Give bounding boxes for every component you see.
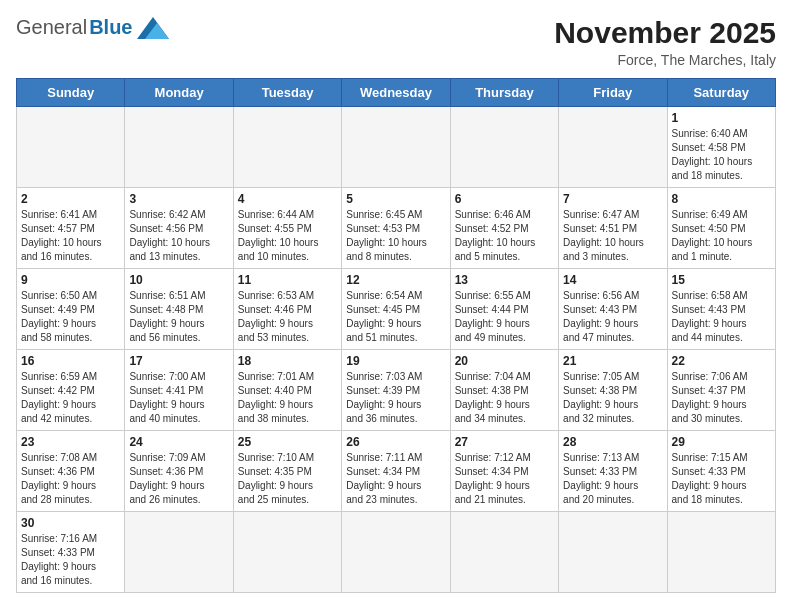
day-info: Sunrise: 7:13 AM Sunset: 4:33 PM Dayligh… — [563, 451, 662, 507]
day-info: Sunrise: 6:50 AM Sunset: 4:49 PM Dayligh… — [21, 289, 120, 345]
day-number: 9 — [21, 273, 120, 287]
page-title: November 2025 — [554, 16, 776, 50]
day-info: Sunrise: 7:11 AM Sunset: 4:34 PM Dayligh… — [346, 451, 445, 507]
day-info: Sunrise: 6:46 AM Sunset: 4:52 PM Dayligh… — [455, 208, 554, 264]
day-cell: 23Sunrise: 7:08 AM Sunset: 4:36 PM Dayli… — [17, 431, 125, 512]
day-number: 19 — [346, 354, 445, 368]
day-info: Sunrise: 6:44 AM Sunset: 4:55 PM Dayligh… — [238, 208, 337, 264]
week-row-1: 1Sunrise: 6:40 AM Sunset: 4:58 PM Daylig… — [17, 107, 776, 188]
day-number: 3 — [129, 192, 228, 206]
day-cell — [233, 512, 341, 593]
logo-blue-text: Blue — [89, 16, 132, 39]
day-info: Sunrise: 7:05 AM Sunset: 4:38 PM Dayligh… — [563, 370, 662, 426]
logo-general-text: General — [16, 16, 87, 39]
day-info: Sunrise: 7:01 AM Sunset: 4:40 PM Dayligh… — [238, 370, 337, 426]
day-cell: 2Sunrise: 6:41 AM Sunset: 4:57 PM Daylig… — [17, 188, 125, 269]
week-row-2: 2Sunrise: 6:41 AM Sunset: 4:57 PM Daylig… — [17, 188, 776, 269]
day-info: Sunrise: 7:09 AM Sunset: 4:36 PM Dayligh… — [129, 451, 228, 507]
day-cell: 27Sunrise: 7:12 AM Sunset: 4:34 PM Dayli… — [450, 431, 558, 512]
day-info: Sunrise: 6:58 AM Sunset: 4:43 PM Dayligh… — [672, 289, 771, 345]
day-info: Sunrise: 6:41 AM Sunset: 4:57 PM Dayligh… — [21, 208, 120, 264]
day-info: Sunrise: 6:53 AM Sunset: 4:46 PM Dayligh… — [238, 289, 337, 345]
day-number: 27 — [455, 435, 554, 449]
weekday-tuesday: Tuesday — [233, 79, 341, 107]
day-number: 2 — [21, 192, 120, 206]
day-cell: 19Sunrise: 7:03 AM Sunset: 4:39 PM Dayli… — [342, 350, 450, 431]
day-info: Sunrise: 7:08 AM Sunset: 4:36 PM Dayligh… — [21, 451, 120, 507]
day-cell: 8Sunrise: 6:49 AM Sunset: 4:50 PM Daylig… — [667, 188, 775, 269]
day-cell: 16Sunrise: 6:59 AM Sunset: 4:42 PM Dayli… — [17, 350, 125, 431]
day-cell: 28Sunrise: 7:13 AM Sunset: 4:33 PM Dayli… — [559, 431, 667, 512]
day-number: 4 — [238, 192, 337, 206]
day-cell — [125, 107, 233, 188]
weekday-sunday: Sunday — [17, 79, 125, 107]
day-cell — [559, 107, 667, 188]
day-number: 20 — [455, 354, 554, 368]
day-info: Sunrise: 6:40 AM Sunset: 4:58 PM Dayligh… — [672, 127, 771, 183]
day-number: 7 — [563, 192, 662, 206]
day-cell: 21Sunrise: 7:05 AM Sunset: 4:38 PM Dayli… — [559, 350, 667, 431]
day-cell: 24Sunrise: 7:09 AM Sunset: 4:36 PM Dayli… — [125, 431, 233, 512]
day-number: 6 — [455, 192, 554, 206]
day-number: 1 — [672, 111, 771, 125]
day-info: Sunrise: 7:06 AM Sunset: 4:37 PM Dayligh… — [672, 370, 771, 426]
day-cell — [450, 512, 558, 593]
day-cell: 25Sunrise: 7:10 AM Sunset: 4:35 PM Dayli… — [233, 431, 341, 512]
calendar-body: 1Sunrise: 6:40 AM Sunset: 4:58 PM Daylig… — [17, 107, 776, 593]
day-cell: 5Sunrise: 6:45 AM Sunset: 4:53 PM Daylig… — [342, 188, 450, 269]
day-cell: 10Sunrise: 6:51 AM Sunset: 4:48 PM Dayli… — [125, 269, 233, 350]
weekday-saturday: Saturday — [667, 79, 775, 107]
day-info: Sunrise: 6:56 AM Sunset: 4:43 PM Dayligh… — [563, 289, 662, 345]
page-header: General Blue November 2025 Force, The Ma… — [16, 16, 776, 68]
day-number: 21 — [563, 354, 662, 368]
day-number: 11 — [238, 273, 337, 287]
day-cell: 13Sunrise: 6:55 AM Sunset: 4:44 PM Dayli… — [450, 269, 558, 350]
day-cell: 20Sunrise: 7:04 AM Sunset: 4:38 PM Dayli… — [450, 350, 558, 431]
day-cell: 26Sunrise: 7:11 AM Sunset: 4:34 PM Dayli… — [342, 431, 450, 512]
day-cell: 14Sunrise: 6:56 AM Sunset: 4:43 PM Dayli… — [559, 269, 667, 350]
day-cell: 18Sunrise: 7:01 AM Sunset: 4:40 PM Dayli… — [233, 350, 341, 431]
day-cell — [17, 107, 125, 188]
day-number: 17 — [129, 354, 228, 368]
logo: General Blue — [16, 16, 169, 39]
day-number: 23 — [21, 435, 120, 449]
day-info: Sunrise: 7:12 AM Sunset: 4:34 PM Dayligh… — [455, 451, 554, 507]
day-info: Sunrise: 6:54 AM Sunset: 4:45 PM Dayligh… — [346, 289, 445, 345]
day-number: 28 — [563, 435, 662, 449]
day-cell: 30Sunrise: 7:16 AM Sunset: 4:33 PM Dayli… — [17, 512, 125, 593]
day-cell: 4Sunrise: 6:44 AM Sunset: 4:55 PM Daylig… — [233, 188, 341, 269]
calendar-table: SundayMondayTuesdayWednesdayThursdayFrid… — [16, 78, 776, 593]
day-cell — [450, 107, 558, 188]
day-number: 25 — [238, 435, 337, 449]
title-block: November 2025 Force, The Marches, Italy — [554, 16, 776, 68]
week-row-3: 9Sunrise: 6:50 AM Sunset: 4:49 PM Daylig… — [17, 269, 776, 350]
day-cell: 12Sunrise: 6:54 AM Sunset: 4:45 PM Dayli… — [342, 269, 450, 350]
day-info: Sunrise: 6:59 AM Sunset: 4:42 PM Dayligh… — [21, 370, 120, 426]
day-cell — [342, 107, 450, 188]
day-cell — [667, 512, 775, 593]
day-info: Sunrise: 7:15 AM Sunset: 4:33 PM Dayligh… — [672, 451, 771, 507]
week-row-5: 23Sunrise: 7:08 AM Sunset: 4:36 PM Dayli… — [17, 431, 776, 512]
page-subtitle: Force, The Marches, Italy — [554, 52, 776, 68]
day-info: Sunrise: 7:00 AM Sunset: 4:41 PM Dayligh… — [129, 370, 228, 426]
day-number: 5 — [346, 192, 445, 206]
day-cell: 29Sunrise: 7:15 AM Sunset: 4:33 PM Dayli… — [667, 431, 775, 512]
logo-icon — [137, 17, 169, 39]
day-number: 15 — [672, 273, 771, 287]
day-info: Sunrise: 7:10 AM Sunset: 4:35 PM Dayligh… — [238, 451, 337, 507]
weekday-thursday: Thursday — [450, 79, 558, 107]
week-row-4: 16Sunrise: 6:59 AM Sunset: 4:42 PM Dayli… — [17, 350, 776, 431]
day-number: 29 — [672, 435, 771, 449]
calendar-header: SundayMondayTuesdayWednesdayThursdayFrid… — [17, 79, 776, 107]
day-cell — [125, 512, 233, 593]
day-cell: 7Sunrise: 6:47 AM Sunset: 4:51 PM Daylig… — [559, 188, 667, 269]
day-number: 10 — [129, 273, 228, 287]
day-number: 14 — [563, 273, 662, 287]
day-number: 18 — [238, 354, 337, 368]
day-cell: 17Sunrise: 7:00 AM Sunset: 4:41 PM Dayli… — [125, 350, 233, 431]
day-number: 12 — [346, 273, 445, 287]
day-number: 8 — [672, 192, 771, 206]
day-cell: 22Sunrise: 7:06 AM Sunset: 4:37 PM Dayli… — [667, 350, 775, 431]
day-number: 13 — [455, 273, 554, 287]
day-cell: 6Sunrise: 6:46 AM Sunset: 4:52 PM Daylig… — [450, 188, 558, 269]
